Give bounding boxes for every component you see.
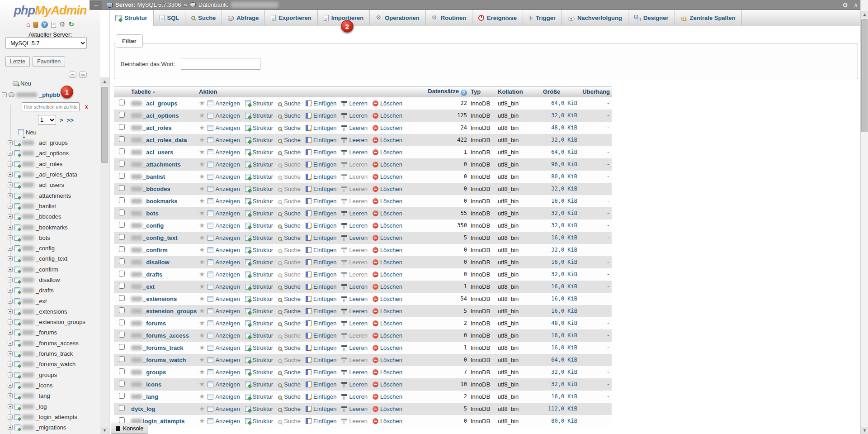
row-checkbox[interactable]	[119, 344, 125, 350]
table-name-link[interactable]: _disallow	[143, 259, 170, 266]
table-name-link[interactable]: _extension_groups	[143, 308, 197, 315]
page-select[interactable]: 1	[38, 115, 56, 125]
sidebar-item-extension_groups[interactable]: +_extension_groups	[0, 317, 100, 327]
search-action[interactable]: Suche	[278, 271, 301, 278]
browse-action[interactable]: Anzeigen	[208, 283, 240, 290]
empty-action[interactable]: Leeren	[341, 198, 367, 205]
row-checkbox[interactable]	[119, 148, 125, 154]
expand-node-icon[interactable]: +	[8, 383, 13, 388]
sidebar-item-acl_roles[interactable]: +_acl_roles	[0, 159, 100, 169]
search-action[interactable]: Suche	[278, 418, 301, 424]
structure-action[interactable]: Struktur	[245, 283, 274, 290]
exit-icon[interactable]	[33, 22, 38, 28]
row-checkbox[interactable]	[119, 295, 125, 301]
drop-action[interactable]: Löschen	[373, 137, 402, 143]
insert-action[interactable]: Einfügen	[306, 210, 336, 217]
drop-action[interactable]: Löschen	[373, 186, 402, 192]
sidebar-item-acl_groups[interactable]: +_acl_groups	[0, 138, 100, 148]
empty-action[interactable]: Leeren	[341, 271, 367, 278]
search-action[interactable]: Suche	[278, 161, 301, 168]
search-action[interactable]: Suche	[278, 124, 301, 131]
row-checkbox[interactable]	[119, 161, 125, 167]
drop-action[interactable]: Löschen	[373, 405, 402, 412]
empty-action[interactable]: Leeren	[341, 222, 367, 229]
favorite-star-icon[interactable]: ★	[199, 270, 205, 278]
column-header-type[interactable]: Typ	[469, 86, 496, 97]
unlink-databases-icon[interactable]: ∞	[79, 72, 87, 78]
row-checkbox[interactable]	[119, 173, 125, 179]
empty-action[interactable]: Leeren	[341, 369, 367, 376]
recent-tables-button[interactable]: Letzte	[5, 56, 30, 67]
row-checkbox[interactable]	[119, 405, 125, 411]
search-action[interactable]: Suche	[278, 344, 301, 351]
structure-action[interactable]: Struktur	[245, 198, 274, 205]
favorite-star-icon[interactable]: ★	[199, 148, 205, 156]
tab-nachverfolgung[interactable]: Nachverfolgung	[562, 10, 628, 26]
row-checkbox[interactable]	[119, 368, 125, 374]
empty-action[interactable]: Leeren	[341, 418, 367, 424]
search-action[interactable]: Suche	[278, 222, 301, 229]
search-action[interactable]: Suche	[278, 393, 301, 400]
favorite-star-icon[interactable]: ★	[199, 405, 205, 412]
drop-action[interactable]: Löschen	[373, 296, 402, 302]
table-name-link[interactable]: _extensions	[143, 296, 177, 302]
row-checkbox[interactable]	[119, 332, 125, 338]
structure-action[interactable]: Struktur	[245, 332, 274, 339]
browse-action[interactable]: Anzeigen	[208, 198, 240, 205]
favorite-star-icon[interactable]: ★	[199, 380, 205, 388]
drop-action[interactable]: Löschen	[373, 418, 402, 424]
favorite-star-icon[interactable]: ★	[199, 282, 205, 290]
browse-action[interactable]: Anzeigen	[208, 393, 240, 400]
expand-node-icon[interactable]: +	[8, 162, 13, 167]
help-icon[interactable]: ?	[41, 21, 48, 28]
drop-action[interactable]: Löschen	[373, 149, 402, 156]
table-name-link[interactable]: _bookmarks	[143, 198, 178, 205]
sidebar-item-forums_access[interactable]: +_forums_access	[0, 338, 100, 348]
drop-action[interactable]: Löschen	[373, 271, 402, 278]
search-action[interactable]: Suche	[278, 100, 301, 107]
favorite-star-icon[interactable]: ★	[199, 221, 205, 229]
sidebar-item-lang[interactable]: +_lang	[0, 391, 100, 401]
empty-action[interactable]: Leeren	[341, 100, 367, 107]
drop-action[interactable]: Löschen	[373, 112, 402, 119]
structure-action[interactable]: Struktur	[245, 173, 274, 180]
empty-action[interactable]: Leeren	[341, 381, 367, 388]
browse-action[interactable]: Anzeigen	[208, 222, 240, 229]
structure-action[interactable]: Struktur	[245, 234, 274, 241]
page-settings-gear-icon[interactable]: ⚙	[842, 1, 848, 9]
sidebar-item-acl_users[interactable]: +_acl_users	[0, 180, 100, 190]
sidebar-item-bookmarks[interactable]: +_bookmarks	[0, 222, 100, 232]
search-action[interactable]: Suche	[278, 332, 301, 339]
column-header-overhead[interactable]: Überhang	[579, 86, 612, 97]
expand-node-icon[interactable]: +	[8, 140, 13, 145]
sidebar-item-drafts[interactable]: +_drafts	[0, 285, 100, 296]
browse-action[interactable]: Anzeigen	[208, 234, 240, 241]
collapse-topbar-icon[interactable]: ∧	[854, 1, 858, 9]
tab-struktur[interactable]: Struktur	[109, 10, 154, 26]
scroll-down-icon[interactable]: ▼	[100, 427, 109, 434]
browse-action[interactable]: Anzeigen	[208, 100, 240, 107]
browse-action[interactable]: Anzeigen	[208, 137, 240, 143]
structure-action[interactable]: Struktur	[245, 247, 274, 253]
expand-node-icon[interactable]: +	[8, 309, 13, 314]
column-header-table[interactable]: Tabelle▲	[129, 86, 197, 97]
expand-node-icon[interactable]: +	[8, 362, 13, 367]
sidebar-item-bots[interactable]: +_bots	[0, 233, 100, 243]
tab-suche[interactable]: Suche	[185, 10, 222, 26]
row-checkbox[interactable]	[119, 100, 125, 105]
insert-action[interactable]: Einfügen	[306, 369, 336, 376]
favorite-star-icon[interactable]: ★	[199, 392, 205, 400]
drop-action[interactable]: Löschen	[373, 100, 402, 107]
table-name-link[interactable]: _banlist	[143, 173, 165, 180]
console-button[interactable]: Konsole	[111, 423, 148, 434]
favorite-star-icon[interactable]: ★	[199, 258, 205, 266]
insert-action[interactable]: Einfügen	[306, 222, 336, 229]
expand-node-icon[interactable]: +	[8, 235, 13, 240]
new-database-item[interactable]: Neu	[0, 78, 100, 89]
sidebar-item-log[interactable]: +_log	[0, 401, 100, 411]
structure-action[interactable]: Struktur	[245, 344, 274, 351]
search-action[interactable]: Suche	[278, 369, 301, 376]
insert-action[interactable]: Einfügen	[306, 234, 336, 241]
row-checkbox[interactable]	[119, 246, 125, 252]
refresh-icon[interactable]: ↻	[68, 21, 74, 28]
